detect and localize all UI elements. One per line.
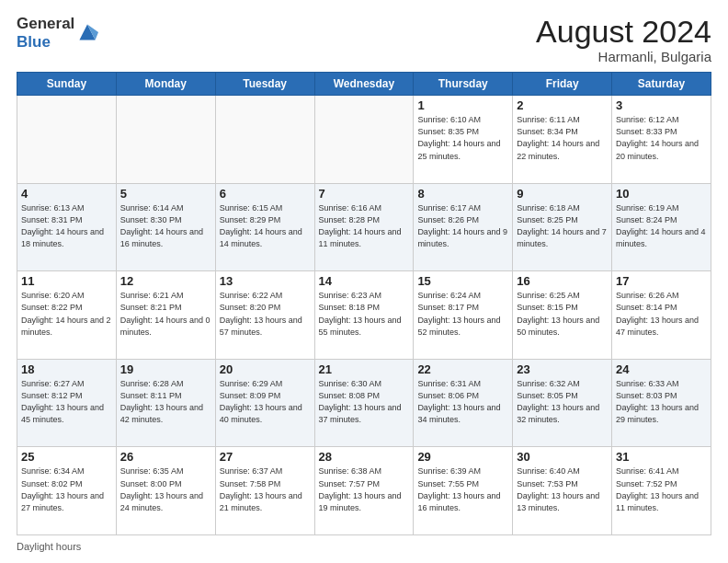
calendar-cell: 14Sunrise: 6:23 AMSunset: 8:18 PMDayligh… xyxy=(314,271,414,360)
day-number: 26 xyxy=(120,450,211,464)
footer: Daylight hours xyxy=(17,541,711,552)
calendar-cell: 7Sunrise: 6:16 AMSunset: 8:28 PMDaylight… xyxy=(314,183,414,271)
day-info: Sunrise: 6:26 AMSunset: 8:14 PMDaylight:… xyxy=(616,290,707,338)
calendar-week-row: 25Sunrise: 6:34 AMSunset: 8:02 PMDayligh… xyxy=(17,447,711,535)
calendar-cell: 24Sunrise: 6:33 AMSunset: 8:03 PMDayligh… xyxy=(612,359,711,447)
logo-general: General xyxy=(17,15,74,32)
day-info: Sunrise: 6:35 AMSunset: 8:00 PMDaylight:… xyxy=(120,465,211,513)
day-number: 28 xyxy=(319,450,410,464)
day-info: Sunrise: 6:25 AMSunset: 8:15 PMDaylight:… xyxy=(517,290,608,338)
month-year: August 2024 xyxy=(536,15,711,49)
calendar-cell: 26Sunrise: 6:35 AMSunset: 8:00 PMDayligh… xyxy=(116,447,215,535)
calendar-cell: 23Sunrise: 6:32 AMSunset: 8:05 PMDayligh… xyxy=(513,359,612,447)
day-number: 27 xyxy=(220,450,311,464)
day-number: 25 xyxy=(21,450,112,464)
calendar-cell: 25Sunrise: 6:34 AMSunset: 8:02 PMDayligh… xyxy=(17,447,117,535)
day-info: Sunrise: 6:22 AMSunset: 8:20 PMDaylight:… xyxy=(220,290,311,338)
calendar-header-row: SundayMondayTuesdayWednesdayThursdayFrid… xyxy=(17,73,711,96)
day-number: 16 xyxy=(517,274,608,288)
day-info: Sunrise: 6:31 AMSunset: 8:06 PMDaylight:… xyxy=(417,378,508,426)
calendar-week-row: 1Sunrise: 6:10 AMSunset: 8:35 PMDaylight… xyxy=(17,96,711,184)
calendar-cell: 21Sunrise: 6:30 AMSunset: 8:08 PMDayligh… xyxy=(314,359,414,447)
day-number: 21 xyxy=(319,362,410,376)
day-number: 23 xyxy=(517,362,608,376)
day-info: Sunrise: 6:40 AMSunset: 7:53 PMDaylight:… xyxy=(517,465,608,513)
day-info: Sunrise: 6:13 AMSunset: 8:31 PMDaylight:… xyxy=(21,202,112,250)
calendar-day-header: Tuesday xyxy=(215,73,314,96)
logo: General Blue xyxy=(17,15,98,51)
calendar-cell xyxy=(116,96,215,184)
day-info: Sunrise: 6:18 AMSunset: 8:25 PMDaylight:… xyxy=(517,202,608,250)
calendar-cell: 3Sunrise: 6:12 AMSunset: 8:33 PMDaylight… xyxy=(612,96,711,184)
location: Harmanli, Bulgaria xyxy=(536,49,711,64)
calendar-cell: 2Sunrise: 6:11 AMSunset: 8:34 PMDaylight… xyxy=(513,96,612,184)
day-info: Sunrise: 6:19 AMSunset: 8:24 PMDaylight:… xyxy=(616,202,707,250)
calendar-cell: 30Sunrise: 6:40 AMSunset: 7:53 PMDayligh… xyxy=(513,447,612,535)
day-number: 31 xyxy=(616,450,707,464)
calendar-cell: 17Sunrise: 6:26 AMSunset: 8:14 PMDayligh… xyxy=(612,271,711,360)
calendar-day-header: Thursday xyxy=(414,73,513,96)
calendar-cell: 10Sunrise: 6:19 AMSunset: 8:24 PMDayligh… xyxy=(612,183,711,271)
calendar-cell: 5Sunrise: 6:14 AMSunset: 8:30 PMDaylight… xyxy=(116,183,215,271)
day-info: Sunrise: 6:28 AMSunset: 8:11 PMDaylight:… xyxy=(120,378,211,426)
header: General Blue August 2024 Harmanli, Bulga… xyxy=(17,15,711,64)
day-info: Sunrise: 6:29 AMSunset: 8:09 PMDaylight:… xyxy=(220,378,311,426)
day-number: 15 xyxy=(417,274,508,288)
day-number: 17 xyxy=(616,274,707,288)
calendar-day-header: Friday xyxy=(513,73,612,96)
calendar-cell xyxy=(314,96,414,184)
day-info: Sunrise: 6:21 AMSunset: 8:21 PMDaylight:… xyxy=(120,290,211,338)
calendar-cell: 16Sunrise: 6:25 AMSunset: 8:15 PMDayligh… xyxy=(513,271,612,360)
page: General Blue August 2024 Harmanli, Bulga… xyxy=(0,0,728,563)
calendar-cell: 29Sunrise: 6:39 AMSunset: 7:55 PMDayligh… xyxy=(414,447,513,535)
calendar-cell: 27Sunrise: 6:37 AMSunset: 7:58 PMDayligh… xyxy=(215,447,314,535)
calendar-cell: 1Sunrise: 6:10 AMSunset: 8:35 PMDaylight… xyxy=(414,96,513,184)
calendar-cell: 6Sunrise: 6:15 AMSunset: 8:29 PMDaylight… xyxy=(215,183,314,271)
day-number: 9 xyxy=(517,187,608,201)
day-number: 6 xyxy=(220,187,311,201)
calendar-cell: 9Sunrise: 6:18 AMSunset: 8:25 PMDaylight… xyxy=(513,183,612,271)
day-info: Sunrise: 6:34 AMSunset: 8:02 PMDaylight:… xyxy=(21,465,112,513)
day-number: 18 xyxy=(21,362,112,376)
calendar-cell: 11Sunrise: 6:20 AMSunset: 8:22 PMDayligh… xyxy=(17,271,117,360)
day-info: Sunrise: 6:15 AMSunset: 8:29 PMDaylight:… xyxy=(220,202,311,250)
day-number: 12 xyxy=(120,274,211,288)
calendar-cell xyxy=(215,96,314,184)
day-number: 8 xyxy=(417,187,508,201)
day-info: Sunrise: 6:11 AMSunset: 8:34 PMDaylight:… xyxy=(517,114,608,162)
calendar-day-header: Saturday xyxy=(612,73,711,96)
day-info: Sunrise: 6:24 AMSunset: 8:17 PMDaylight:… xyxy=(417,290,508,338)
calendar-cell: 20Sunrise: 6:29 AMSunset: 8:09 PMDayligh… xyxy=(215,359,314,447)
calendar-day-header: Sunday xyxy=(17,73,117,96)
calendar-week-row: 18Sunrise: 6:27 AMSunset: 8:12 PMDayligh… xyxy=(17,359,711,447)
title-block: August 2024 Harmanli, Bulgaria xyxy=(536,15,711,64)
calendar-cell: 12Sunrise: 6:21 AMSunset: 8:21 PMDayligh… xyxy=(116,271,215,360)
calendar-week-row: 4Sunrise: 6:13 AMSunset: 8:31 PMDaylight… xyxy=(17,183,711,271)
day-info: Sunrise: 6:10 AMSunset: 8:35 PMDaylight:… xyxy=(417,114,508,162)
day-number: 7 xyxy=(319,187,410,201)
calendar-cell: 13Sunrise: 6:22 AMSunset: 8:20 PMDayligh… xyxy=(215,271,314,360)
day-number: 3 xyxy=(616,98,707,112)
day-info: Sunrise: 6:20 AMSunset: 8:22 PMDaylight:… xyxy=(21,290,112,338)
day-info: Sunrise: 6:14 AMSunset: 8:30 PMDaylight:… xyxy=(120,202,211,250)
day-info: Sunrise: 6:38 AMSunset: 7:57 PMDaylight:… xyxy=(319,465,410,513)
day-number: 19 xyxy=(120,362,211,376)
calendar-cell: 19Sunrise: 6:28 AMSunset: 8:11 PMDayligh… xyxy=(116,359,215,447)
day-number: 24 xyxy=(616,362,707,376)
calendar-cell xyxy=(17,96,117,184)
day-info: Sunrise: 6:27 AMSunset: 8:12 PMDaylight:… xyxy=(21,378,112,426)
calendar-cell: 4Sunrise: 6:13 AMSunset: 8:31 PMDaylight… xyxy=(17,183,117,271)
day-number: 22 xyxy=(417,362,508,376)
day-info: Sunrise: 6:41 AMSunset: 7:52 PMDaylight:… xyxy=(616,465,707,513)
calendar-cell: 15Sunrise: 6:24 AMSunset: 8:17 PMDayligh… xyxy=(414,271,513,360)
day-number: 30 xyxy=(517,450,608,464)
calendar-cell: 8Sunrise: 6:17 AMSunset: 8:26 PMDaylight… xyxy=(414,183,513,271)
calendar-cell: 18Sunrise: 6:27 AMSunset: 8:12 PMDayligh… xyxy=(17,359,117,447)
calendar-day-header: Wednesday xyxy=(314,73,414,96)
day-number: 13 xyxy=(220,274,311,288)
calendar-week-row: 11Sunrise: 6:20 AMSunset: 8:22 PMDayligh… xyxy=(17,271,711,360)
logo-icon xyxy=(76,21,98,43)
day-info: Sunrise: 6:23 AMSunset: 8:18 PMDaylight:… xyxy=(319,290,410,338)
calendar-cell: 31Sunrise: 6:41 AMSunset: 7:52 PMDayligh… xyxy=(612,447,711,535)
day-number: 4 xyxy=(21,187,112,201)
